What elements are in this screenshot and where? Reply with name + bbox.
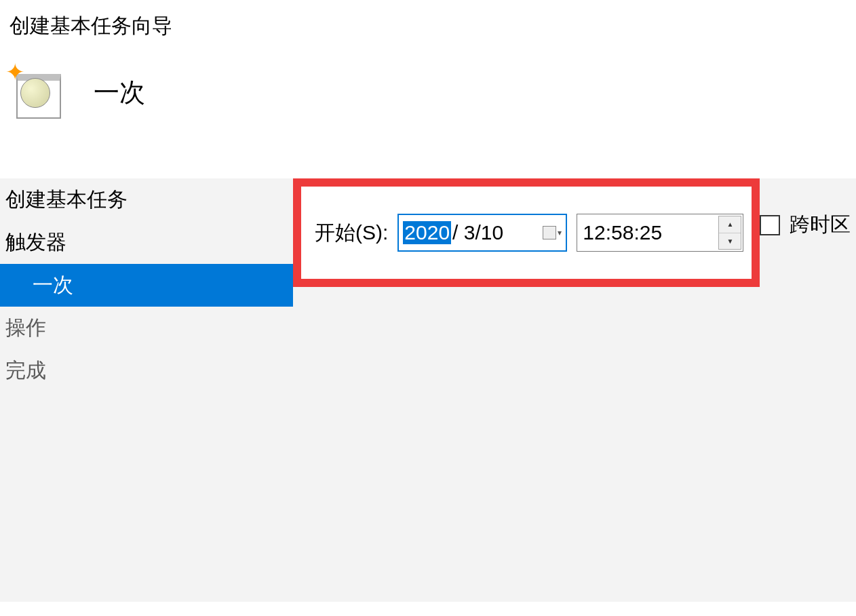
sidebar-item-create-basic-task[interactable]: 创建基本任务 <box>0 178 293 221</box>
date-year-selected: 2020 <box>403 221 451 244</box>
content-area: 开始(S): 2020 / 3/10 ▾ 12:58:25 ▲ ▼ 跨时区 <box>293 178 856 602</box>
window-title: 创建基本任务向导 <box>0 0 856 40</box>
sidebar-item-one-time[interactable]: 一次 <box>0 264 293 307</box>
date-picker[interactable]: 2020 / 3/10 ▾ <box>397 214 567 252</box>
date-month-day: / 3/10 <box>451 221 503 244</box>
start-label: 开始(S): <box>315 219 388 247</box>
time-value: 12:58:25 <box>583 221 662 244</box>
wizard-header: ✦ 一次 <box>0 40 856 119</box>
sidebar-item-finish[interactable]: 完成 <box>0 349 293 392</box>
sidebar-item-action[interactable]: 操作 <box>0 307 293 349</box>
datetime-highlight-box: 开始(S): 2020 / 3/10 ▾ 12:58:25 ▲ ▼ <box>293 178 760 287</box>
date-dropdown-button[interactable]: ▾ <box>543 226 562 239</box>
wizard-sidebar: 创建基本任务 触发器 一次 操作 完成 <box>0 178 293 602</box>
time-picker[interactable]: 12:58:25 ▲ ▼ <box>577 214 743 252</box>
main-container: 创建基本任务 触发器 一次 操作 完成 开始(S): 2020 / 3/10 ▾… <box>0 178 856 602</box>
timezone-checkbox[interactable] <box>760 215 780 235</box>
chevron-down-icon: ▾ <box>558 228 562 237</box>
time-spinner: ▲ ▼ <box>718 216 741 250</box>
calendar-icon <box>543 226 556 239</box>
sidebar-item-trigger[interactable]: 触发器 <box>0 221 293 264</box>
timezone-row: 跨时区 <box>760 211 851 239</box>
spinner-up-button[interactable]: ▲ <box>719 216 741 233</box>
page-title: 一次 <box>94 75 145 110</box>
timezone-label: 跨时区 <box>790 211 851 239</box>
task-scheduler-icon: ✦ <box>8 66 61 119</box>
spinner-down-button[interactable]: ▼ <box>719 233 741 250</box>
